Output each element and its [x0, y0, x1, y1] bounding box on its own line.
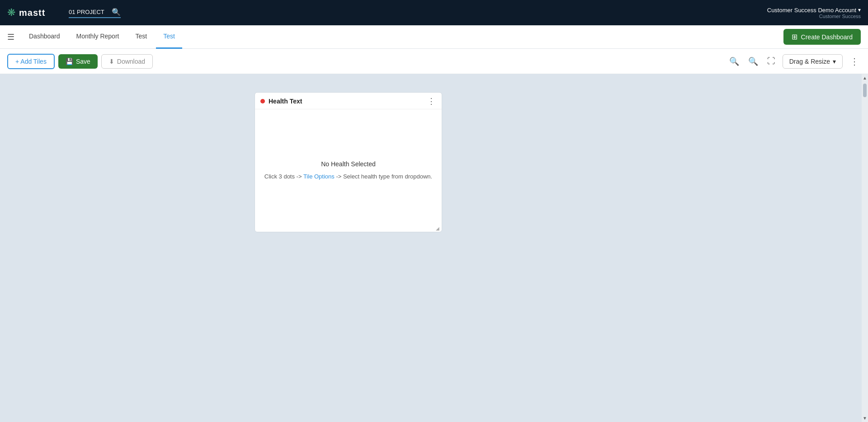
health-text-tile: Health Text ⋮ No Health Selected Click 3… [255, 92, 442, 232]
toolbar-right: 🔍 🔍 ⛶ Drag & Resize ▾ ⋮ [727, 54, 861, 69]
more-options-button[interactable]: ⋮ [848, 54, 861, 69]
scroll-thumb[interactable] [863, 84, 867, 97]
scrollbar-right[interactable]: ▲ ▼ [862, 74, 868, 422]
account-area[interactable]: Customer Success Demo Account ▾ Customer… [767, 7, 861, 19]
account-chevron-icon: ▾ [858, 7, 861, 13]
fullscreen-button[interactable]: ⛶ [765, 55, 777, 68]
tile-more-button[interactable]: ⋮ [426, 97, 436, 105]
tab-dashboard[interactable]: Dashboard [22, 25, 67, 49]
project-name: 01 PROJECT [69, 9, 104, 15]
save-icon: 💾 [66, 58, 73, 65]
download-button[interactable]: ⬇ Download [101, 54, 153, 69]
account-sub: Customer Success [819, 14, 861, 19]
tile-instruction: Click 3 dots -> Tile Options -> Select h… [264, 172, 432, 181]
tile-resize-handle[interactable]: ◢ [436, 226, 440, 230]
tile-header: Health Text ⋮ [255, 93, 442, 109]
grid-icon: ⊞ [792, 33, 797, 41]
chevron-down-icon: ▾ [833, 58, 836, 65]
menu-icon[interactable]: ☰ [7, 32, 14, 42]
tile-body: No Health Selected Click 3 dots -> Tile … [255, 109, 442, 232]
account-name: Customer Success Demo Account [767, 7, 856, 14]
zoom-in-icon: 🔍 [729, 56, 739, 66]
tab-bar: ☰ Dashboard Monthly Report Test Test ⊞ C… [0, 25, 868, 49]
add-tiles-button[interactable]: + Add Tiles [7, 54, 55, 69]
logo-icon: ❋ [7, 8, 15, 18]
scroll-down-arrow[interactable]: ▼ [863, 414, 867, 422]
toolbar: + Add Tiles 💾 Save ⬇ Download 🔍 🔍 ⛶ Drag… [0, 49, 868, 74]
create-dashboard-button[interactable]: ⊞ Create Dashboard [783, 29, 861, 45]
tile-status-dot [260, 99, 265, 103]
save-button[interactable]: 💾 Save [58, 54, 98, 69]
main-canvas: Health Text ⋮ No Health Selected Click 3… [0, 74, 868, 422]
logo-area: ❋ mastt [7, 8, 61, 18]
search-icon[interactable]: 🔍 [112, 8, 121, 16]
download-icon: ⬇ [109, 58, 114, 65]
project-selector[interactable]: 01 PROJECT 🔍 [69, 8, 121, 18]
tile-options-link: Tile Options [303, 173, 335, 180]
zoom-in-button[interactable]: 🔍 [727, 55, 741, 68]
fullscreen-icon: ⛶ [767, 56, 775, 66]
tab-test1[interactable]: Test [128, 25, 154, 49]
top-nav: ❋ mastt 01 PROJECT 🔍 Customer Success De… [0, 0, 868, 25]
tab-test2[interactable]: Test [156, 25, 182, 49]
zoom-out-icon: 🔍 [748, 56, 758, 66]
tile-title: Health Text [269, 98, 423, 105]
tile-empty-title: No Health Selected [321, 160, 376, 168]
drag-resize-button[interactable]: Drag & Resize ▾ [783, 54, 843, 69]
zoom-out-button[interactable]: 🔍 [746, 55, 760, 68]
logo-text: mastt [19, 8, 45, 18]
scroll-up-arrow[interactable]: ▲ [863, 74, 867, 82]
tab-monthly-report[interactable]: Monthly Report [69, 25, 127, 49]
